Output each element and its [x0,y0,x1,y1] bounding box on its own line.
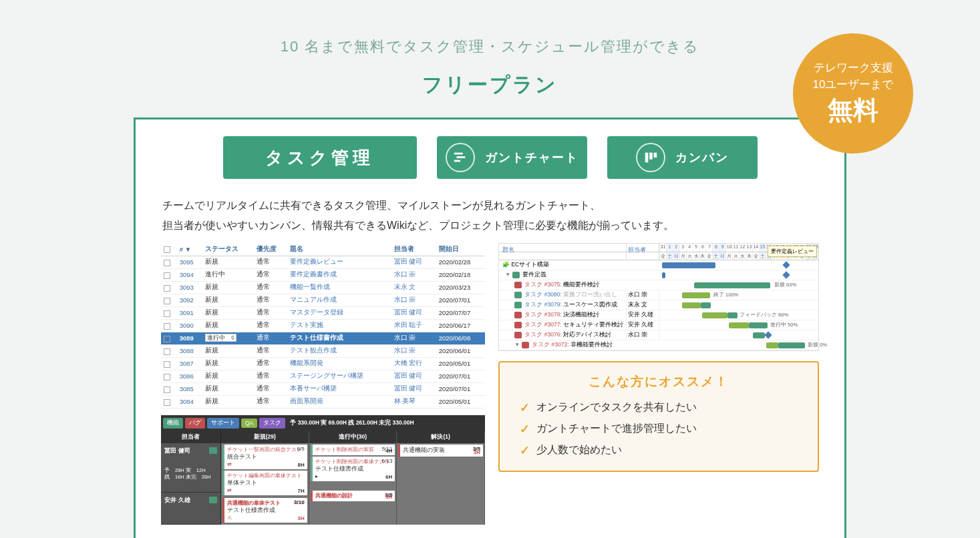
recommend-title: こんな方にオススメ！ [520,373,798,390]
svg-rect-1 [456,156,465,158]
gcol-assignee[interactable]: 担当者 [626,244,659,252]
svg-rect-0 [454,153,462,155]
badge-line3: 無料 [828,93,878,127]
badge-line2: 10ユーザーまで [813,77,894,92]
kanban-card[interactable]: チケット一覧画面の統合テスト統合テスト6/58H⇄ [222,445,307,469]
table-row[interactable]: 3091新規通常マスタデータ登録冨田 健司2020/07/07 [161,306,485,319]
task-table: # ▼ ステータス 優先度 題名 担当者 開始日 3095新規通常要件定義レビュ… [161,243,485,409]
tab-task[interactable]: タスク管理 [223,136,417,179]
gantt-row[interactable]: タスク #3079: ユースケース図作成末永 文 [499,300,818,310]
check-icon: ✓ [520,443,530,458]
table-row[interactable]: 3089進行中 ◊通常テスト仕様書作成水口 崇2020/06/08 [161,332,485,344]
kanban-card[interactable]: チケット編集画面の単体テスト単体テスト7H⇄ [222,471,307,495]
kcol-assignee: 担当者 [161,431,220,443]
table-row[interactable]: 3095新規通常要件定義レビュー冨田 健司2020/02/28 [161,256,485,268]
check-icon: ✓ [520,400,530,415]
tag-bug[interactable]: バグ [185,418,205,429]
check-icon: ✓ [520,422,530,437]
kcol-progress: 進行中(30) [309,431,397,443]
kcol-resolved: 解決(1) [397,431,484,443]
gantt-row[interactable]: タスク #3075: 機能要件検討新規 83% [499,280,818,290]
table-row[interactable]: 3090新規通常テスト実施米田 聡子2020/06/17 [161,319,485,332]
table-row[interactable]: 3094進行中通常要件定義書作成水口 崇2020/02/18 [161,268,485,281]
svg-rect-2 [454,160,460,162]
col-status[interactable]: ステータス [202,243,254,256]
col-start[interactable]: 開始日 [436,243,485,256]
col-subject[interactable]: 題名 [287,243,391,256]
badge-line1: テレワーク支援 [814,60,893,75]
svg-rect-5 [653,153,657,158]
description: チームでリアルタイムに共有できるタスク管理、マイルストーンが見れるガントチャート… [136,179,844,243]
assignee-badge-icon [209,447,217,454]
gcol-subject[interactable]: 題名 [499,244,626,252]
kanban-stats: 予 330.00H 実 69.00H 残 261.00H 未完 330.00H [290,419,414,427]
table-row[interactable]: 3092新規通常マニュアル作成水口 崇2020/07/01 [161,294,485,306]
kanban-card[interactable]: 共通機能の実装3/53H [398,445,483,457]
gantt-row[interactable]: ▼ 要件定義 [499,270,818,280]
recommend-item: ✓オンラインでタスクを共有したい [520,397,798,419]
gantt-row[interactable]: タスク #3077: セキュリティ要件検討安井 久雄進行中 50% [499,320,818,330]
col-priority[interactable]: 優先度 [254,243,287,256]
desc-line1: チームでリアルタイムに共有できるタスク管理、マイルストーンが見れるガントチャート… [162,196,818,216]
tab-kanban-label: カンバン [675,150,729,166]
table-row[interactable]: 3087新規通常機能系開発大橋 宏行2020/05/01 [161,357,485,370]
assignee-name: 冨田 健司 [164,447,190,455]
gantt-icon [446,143,475,172]
recommend-item: ✓ガントチャートで進捗管理したい [520,419,798,440]
table-row[interactable]: 3085新規通常本番サーバ構築冨田 健司2020/07/01 [161,382,485,395]
kanban-card[interactable]: チケット削除画面の実装5/114H [311,445,395,455]
assignee-stats: 予 28H 実 12H残 16H 未完 28H [164,467,217,481]
svg-rect-3 [645,153,648,163]
kanban-icon [636,143,665,172]
gantt-row[interactable]: タスク #3080: 業務フロー洗い出し水口 崇終了 100% [499,290,818,300]
col-id[interactable]: # ▼ [177,243,202,256]
kanban-card[interactable]: チケット削除画面の単体テストテスト仕様書作成6/136H▸ [311,457,395,481]
tag-task[interactable]: タスク [259,418,285,429]
gantt-row[interactable]: タスク #3078: 決済機能検討安井 久雄フィードバック 80% [499,310,818,320]
kcol-new: 新規(29) [221,431,309,443]
col-check[interactable] [161,243,177,256]
kanban-board: 機能 バグ サポート QA タスク 予 330.00H 実 69.00H 残 2… [161,415,485,525]
desc-line2: 担当者が使いやすいカンバン、情報共有できるWikiなど、プロジェクト管理に必要な… [162,216,818,236]
gantt-chart: 題名 担当者 311234567891011121314151617181920… [498,243,819,351]
tab-kanban[interactable]: カンバン [607,136,758,179]
promo-badge: テレワーク支援 10ユーザーまで 無料 [793,33,913,154]
table-row[interactable]: 3088新規通常テスト観点作成水口 崇2020/06/01 [161,344,485,357]
kanban-card[interactable]: 共通機能の単体テストテスト仕様書作成3/103H⚠ [222,498,307,523]
recommend-item: ✓少人数で始めたい [520,440,798,461]
gantt-row[interactable]: 🧩 ECサイト構築 [499,260,818,270]
gantt-row[interactable]: ▼ タスク #3072: 非機能要件検討新規 0% [499,340,818,350]
recommend-box: こんな方にオススメ！ ✓オンラインでタスクを共有したい✓ガントチャートで進捗管理… [498,361,819,472]
tab-gantt-label: ガントチャート [485,150,579,166]
table-row[interactable]: 3086新規通常ステージングサーバ構築冨田 健司2020/07/01 [161,370,485,382]
col-assignee[interactable]: 担当者 [391,243,436,256]
gantt-row[interactable]: タスク #3076: 対応デバイス検討水口 崇 [499,330,818,340]
svg-rect-4 [649,153,653,160]
assignee-name: 安井 久雄 [164,496,190,505]
main-panel: タスク管理 ガントチャート カンバン チームでリアルタイムに共有できるタスク管理… [134,117,846,538]
kanban-card[interactable]: 共通機能の設計3/93H [311,491,395,501]
gantt-tooltip: 要件定義レビュー [768,246,817,257]
assignee-row[interactable]: 冨田 健司 予 28H 実 12H残 16H 未完 28H [161,443,220,493]
assignee-badge-icon [209,497,217,503]
table-row[interactable]: 3084新規通常画面系開発林 美琴2020/05/01 [161,395,485,408]
tag-qa[interactable]: QA [241,419,257,428]
assignee-row[interactable]: 安井 久雄 [161,493,220,525]
tag-feature[interactable]: 機能 [163,418,183,429]
tab-gantt[interactable]: ガントチャート [437,136,587,179]
tag-support[interactable]: サポート [207,418,239,429]
table-row[interactable]: 3093新規通常機能一覧作成末永 文2020/03/23 [161,281,485,294]
